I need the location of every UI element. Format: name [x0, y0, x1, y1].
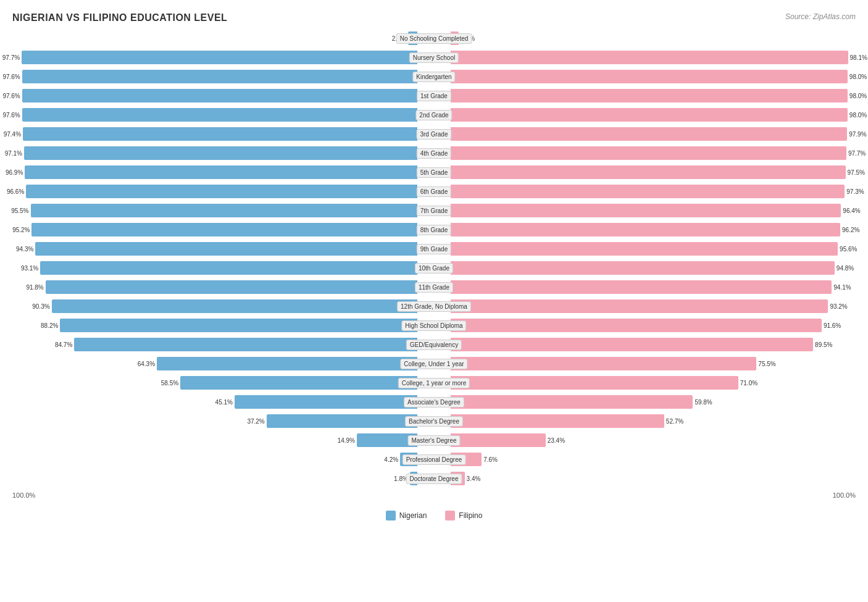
education-label: 3rd Grade [416, 129, 451, 140]
filipino-bar: 93.2% [451, 299, 828, 313]
bar-right-side: 52.7% [451, 412, 856, 430]
filipino-bar: 94.1% [451, 280, 832, 294]
nigerian-bar: 97.6% [22, 108, 417, 122]
chart-title: NIGERIAN VS FILIPINO EDUCATION LEVEL [12, 12, 856, 23]
filipino-bar-label: 94.1% [833, 284, 851, 291]
education-label: 9th Grade [417, 244, 451, 254]
bar-row: 88.2%High School Diploma91.6% [12, 317, 856, 334]
bar-right-side: 95.6% [451, 240, 856, 257]
filipino-bar-label: 95.6% [840, 246, 857, 253]
education-label: High School Diploma [401, 320, 466, 331]
filipino-bar: 91.6% [451, 319, 822, 332]
bar-left-side: 58.5% [12, 374, 417, 391]
bar-right-side: 94.8% [451, 259, 856, 277]
bar-row: 97.1%4th Grade97.7% [12, 144, 856, 162]
filipino-bar: 95.6% [451, 242, 838, 256]
nigerian-bar-label: 37.2% [247, 418, 264, 425]
education-label: 7th Grade [417, 206, 451, 216]
filipino-bar-label: 96.4% [843, 207, 860, 214]
nigerian-bar-label: 95.5% [11, 207, 28, 214]
bar-row: 37.2%Bachelor's Degree52.7% [12, 412, 856, 430]
education-label: College, 1 year or more [398, 378, 470, 388]
nigerian-bar-label: 96.6% [7, 188, 24, 195]
filipino-bar: 97.3% [451, 185, 845, 198]
bar-left-side: 97.1% [12, 144, 417, 162]
filipino-bar-label: 89.5% [815, 341, 832, 348]
bar-right-side: 96.4% [451, 202, 856, 219]
filipino-bar-label: 97.3% [846, 188, 864, 195]
nigerian-bar-label: 93.1% [21, 265, 38, 272]
nigerian-bar: 45.1% [235, 395, 417, 409]
bar-row: 1.8%Doctorate Degree3.4% [12, 470, 856, 487]
education-label: Doctorate Degree [406, 474, 462, 484]
bars-area: 2.3%No Schooling Completed2.0%97.7%Nurse… [12, 30, 856, 487]
nigerian-bar: 96.9% [25, 165, 417, 179]
axis-left: 100.0% [12, 491, 417, 499]
nigerian-bar-label: 90.3% [32, 303, 49, 310]
nigerian-bar: 90.3% [52, 299, 417, 313]
education-label: GED/Equivalency [406, 340, 462, 350]
bar-right-side: 98.0% [451, 68, 856, 85]
filipino-bar-label: 93.2% [830, 303, 847, 310]
filipino-bar-label: 98.0% [849, 93, 867, 99]
bar-right-side: 93.2% [451, 298, 856, 315]
nigerian-bar-label: 84.7% [55, 341, 72, 348]
nigerian-bar: 97.4% [23, 127, 417, 141]
bar-right-side: 75.5% [451, 355, 856, 372]
education-label: 1st Grade [417, 91, 451, 101]
nigerian-bar: 95.5% [31, 204, 417, 217]
bar-left-side: 94.3% [12, 240, 417, 257]
education-label: College, Under 1 year [400, 359, 467, 369]
bar-row: 97.7%Nursery School98.1% [12, 49, 856, 66]
filipino-bar-label: 98.0% [849, 73, 867, 80]
nigerian-bar: 97.6% [22, 70, 417, 83]
education-label: Associate's Degree [404, 397, 464, 408]
bar-right-side: 91.6% [451, 317, 856, 334]
filipino-bar-label: 98.0% [849, 112, 867, 119]
filipino-bar: 96.4% [451, 204, 841, 217]
filipino-bar-label: 94.8% [837, 265, 854, 272]
nigerian-bar-label: 58.5% [161, 380, 178, 387]
bar-right-side: 59.8% [451, 393, 856, 411]
bar-row: 97.4%3rd Grade97.9% [12, 125, 856, 143]
legend-filipino: Filipino [445, 511, 482, 520]
bar-right-side: 94.1% [451, 278, 856, 296]
bar-left-side: 96.9% [12, 164, 417, 181]
filipino-bar-label: 97.7% [848, 150, 866, 157]
nigerian-bar-label: 97.4% [4, 131, 21, 138]
filipino-bar-label: 7.6% [483, 456, 498, 463]
bar-row: 97.6%Kindergarten98.0% [12, 68, 856, 85]
education-label: 5th Grade [417, 167, 451, 178]
education-label: 2nd Grade [415, 110, 452, 120]
axis-right: 100.0% [451, 491, 856, 499]
filipino-bar: 97.5% [451, 165, 845, 179]
bar-row: 97.6%1st Grade98.0% [12, 87, 856, 104]
education-label: Nursery School [409, 52, 459, 63]
nigerian-bar-label: 4.2% [384, 456, 398, 463]
bar-row: 96.9%5th Grade97.5% [12, 164, 856, 181]
filipino-bar-label: 59.8% [695, 399, 712, 406]
bar-right-side: 3.4% [451, 470, 856, 487]
nigerian-bar: 37.2% [267, 414, 417, 428]
nigerian-bar-label: 97.6% [2, 93, 20, 99]
legend-nigerian: Nigerian [386, 511, 427, 520]
nigerian-bar-label: 97.7% [2, 54, 20, 61]
nigerian-bar: 94.3% [35, 242, 417, 256]
filipino-bar-label: 75.5% [758, 361, 775, 367]
nigerian-bar-label: 97.6% [2, 112, 20, 119]
education-label: 12th Grade, No Diploma [397, 301, 471, 312]
nigerian-bar-label: 97.6% [2, 73, 20, 80]
bar-left-side: 4.2% [12, 451, 417, 468]
education-label: 4th Grade [417, 148, 451, 159]
bar-row: 64.3%College, Under 1 year75.5% [12, 355, 856, 372]
bar-left-side: 93.1% [12, 259, 417, 277]
education-label: Bachelor's Degree [405, 416, 463, 427]
nigerian-bar: 95.2% [31, 223, 417, 236]
legend-nigerian-color [386, 511, 396, 520]
filipino-bar-label: 52.7% [666, 418, 683, 425]
bar-right-side: 97.9% [451, 125, 856, 143]
nigerian-bar: 84.7% [74, 338, 417, 351]
bar-right-side: 97.5% [451, 164, 856, 181]
nigerian-bar: 88.2% [60, 319, 417, 332]
bar-left-side: 90.3% [12, 298, 417, 315]
